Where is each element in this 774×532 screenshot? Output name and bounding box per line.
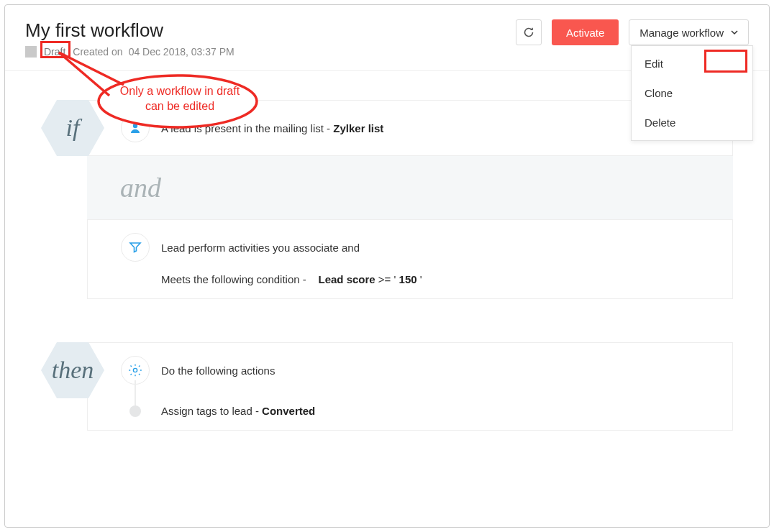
and-label: and [87, 156, 733, 219]
activate-button[interactable]: Activate [552, 19, 619, 45]
action-card: Do the following actions Assign tags to … [87, 342, 733, 431]
manage-workflow-label: Manage workflow [639, 27, 724, 39]
chevron-down-icon [731, 29, 738, 36]
dropdown-item-delete[interactable]: Delete [632, 108, 752, 137]
status-square-icon [25, 46, 37, 58]
then-block: then Do the following actions [41, 342, 733, 431]
dropdown-item-edit[interactable]: Edit [632, 49, 752, 78]
condition2-detail: Meets the following condition - Lead sco… [161, 273, 714, 285]
refresh-button[interactable] [516, 19, 542, 45]
page-title: My first workflow [25, 19, 516, 42]
created-label: Created on [73, 46, 122, 58]
annotation-callout: Only a workflow in draft can be edited [91, 74, 264, 142]
dropdown-item-clone[interactable]: Clone [632, 78, 752, 108]
actions-title: Do the following actions [161, 364, 275, 377]
funnel-icon [121, 233, 150, 262]
svg-point-1 [133, 368, 137, 372]
timeline-dot-icon [129, 405, 141, 417]
manage-dropdown: Edit Clone Delete [631, 45, 753, 141]
condition-card-2: Lead perform activities you associate an… [87, 219, 733, 299]
manage-workflow-button[interactable]: Manage workflow [629, 19, 749, 45]
action-text: Assign tags to lead - Converted [161, 405, 315, 417]
refresh-icon [523, 27, 534, 38]
annotation-text: Only a workflow in draft can be edited [111, 84, 248, 114]
condition2-title: Lead perform activities you associate an… [161, 242, 360, 254]
created-date: 04 Dec 2018, 03:37 PM [129, 46, 235, 58]
